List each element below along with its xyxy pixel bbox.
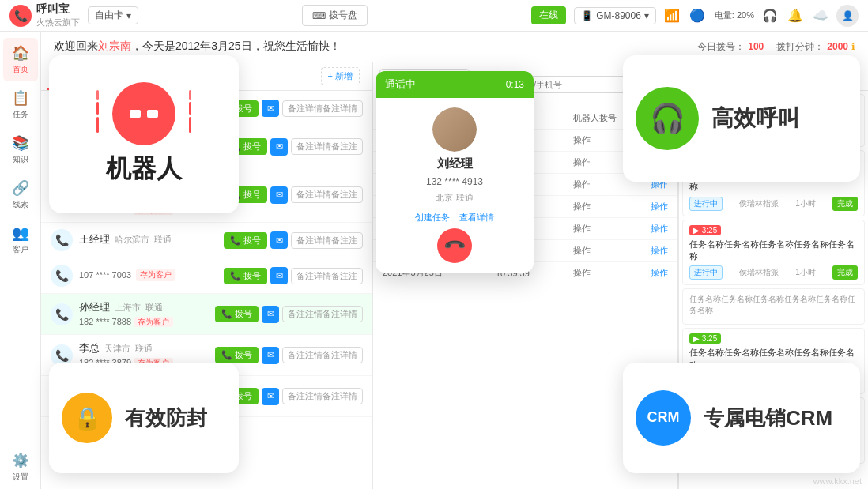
sidebar-item-customer[interactable]: 👥 客户: [3, 218, 38, 261]
contact-actions: 📞 拨号 ✉ 备注注情备注详情: [215, 347, 363, 364]
sidebar-item-home[interactable]: 🏠 首页: [3, 38, 38, 81]
message-button[interactable]: ✉: [262, 347, 279, 364]
free-card-label: 自由卡: [95, 9, 123, 22]
info-icon: ℹ: [851, 41, 855, 52]
daily-minutes-label: 拨打分钟：: [776, 40, 824, 54]
bell-icon[interactable]: 🔔: [787, 8, 803, 23]
contact-icon: 📞: [51, 265, 73, 287]
contact-actions: 📞 拨号 ✉ 备注详情备注注: [224, 138, 363, 156]
message-button[interactable]: ✉: [262, 100, 279, 117]
sidebar-item-lines[interactable]: 🔗 线索: [3, 173, 38, 216]
headset-icon: 🎧: [636, 87, 699, 150]
note-button[interactable]: 备注注情备注详情: [282, 388, 363, 404]
history-action-cell[interactable]: 操作: [651, 245, 668, 257]
history-type-cell: 操作: [573, 267, 644, 279]
settings-icon: ⚙️: [12, 452, 29, 469]
list-item: 📞 107 **** 7003 存为客户 📞 拨号 ✉ 备注详情备注注: [41, 258, 372, 294]
message-button[interactable]: ✉: [262, 306, 279, 323]
logo: 📞 呼叫宝 火热云旗下: [9, 2, 80, 28]
dialpad-button[interactable]: ⌨ 拨号盘: [302, 5, 368, 26]
shield-promo-card[interactable]: 🔒 有效防封: [49, 363, 239, 473]
crm-promo-card[interactable]: CRM 专属电销CRM: [623, 363, 860, 473]
robot-head: [112, 82, 175, 145]
task-title: 任务名称任务名称任务名称任务名称任务名称任务名称: [689, 294, 858, 316]
message-button[interactable]: ✉: [270, 231, 288, 249]
call-popup: 通话中 0:13 刘经理 132 **** 4913 北京 联通 创建任务 查看…: [376, 71, 534, 273]
add-contact-button[interactable]: + 新增: [321, 67, 360, 85]
headset-promo-card[interactable]: 🎧 高效呼叫: [623, 55, 860, 182]
sidebar-item-settings[interactable]: ⚙️ 设置: [3, 446, 38, 489]
contact-tag: 存为客户: [136, 269, 175, 281]
signal-waves-left: [96, 90, 99, 133]
cloud-icon[interactable]: ☁️: [813, 8, 828, 23]
task-meta: 进行中 侯瑞林指派 1小时 完成: [689, 197, 858, 211]
shield-label: 有效防封: [125, 404, 207, 432]
sidebar-item-knowledge[interactable]: 📚 知识: [3, 128, 38, 171]
message-button[interactable]: ✉: [270, 267, 288, 284]
history-action-cell[interactable]: 操作: [651, 223, 668, 235]
contact-icon: 📞: [51, 229, 73, 251]
note-button[interactable]: 备注详情备注注: [291, 232, 363, 249]
headset-icon[interactable]: 🎧: [762, 8, 778, 23]
contact-phone: 182 **** 7888: [79, 317, 131, 326]
headset-label: 高效呼叫: [711, 103, 800, 134]
phone-icon: 📞: [442, 233, 466, 258]
create-task-link[interactable]: 创建任务: [415, 212, 450, 224]
device-selector[interactable]: 📱 GM-89006 ▾: [574, 7, 656, 24]
sidebar-item-task[interactable]: 📋 任务: [3, 83, 38, 126]
contact-actions: 📞 拨号 ✉ 备注详情备注注: [224, 186, 363, 204]
note-button[interactable]: 备注注情备注详情: [282, 347, 363, 363]
welcome-stats: 今日拨号： 100 拨打分钟： 2000 ℹ: [697, 40, 855, 54]
call-popup-body: 刘经理 132 **** 4913 北京 联通 创建任务 查看详情 📞: [376, 98, 534, 273]
contact-location: 哈尔滨市: [115, 234, 149, 246]
lines-icon: 🔗: [12, 179, 29, 197]
free-card-selector[interactable]: 自由卡 ▾: [88, 6, 138, 24]
contact-carrier: 联通: [135, 343, 153, 355]
caller-number: 132 **** 4913: [426, 176, 483, 187]
contact-phone: 107 **** 7003: [79, 270, 131, 280]
note-button[interactable]: 备注注情备注详情: [282, 306, 363, 322]
battery-label: 电量: 20%: [715, 9, 754, 21]
call-button[interactable]: 📞 拨号: [224, 268, 267, 284]
message-button[interactable]: ✉: [270, 138, 288, 156]
chevron-down-icon: ▾: [126, 10, 131, 21]
view-detail-link[interactable]: 查看详情: [459, 212, 494, 224]
daily-calls-value: 100: [748, 41, 764, 52]
call-button[interactable]: 📞 拨号: [215, 306, 259, 322]
message-button[interactable]: ✉: [270, 186, 288, 204]
message-button[interactable]: ✉: [262, 388, 279, 405]
call-button[interactable]: 📞 拨号: [224, 232, 267, 249]
signal-waves-right: [189, 90, 191, 133]
contact-actions: 📞 拨号 ✉ 备注详情备注注: [224, 231, 363, 249]
status-badge[interactable]: 在线: [531, 6, 566, 24]
logo-text: 呼叫宝: [36, 2, 80, 17]
hangup-button[interactable]: 📞: [437, 228, 472, 263]
customer-icon: 👥: [12, 224, 29, 242]
complete-button[interactable]: 完成: [832, 197, 858, 211]
list-item: 任务名称任务名称任务名称任务名称任务名称任务名称: [682, 288, 865, 325]
wifi-icon: 📶: [664, 8, 680, 23]
note-button[interactable]: 备注详情备注详情: [282, 100, 363, 117]
daily-calls-label: 今日拨号：: [697, 40, 745, 54]
contact-tag: 存为客户: [134, 317, 173, 327]
complete-button[interactable]: 完成: [832, 265, 858, 280]
user-avatar[interactable]: 👤: [836, 5, 859, 27]
note-button[interactable]: 备注详情备注注: [291, 186, 363, 203]
sidebar-knowledge-label: 知识: [13, 154, 28, 165]
history-type-cell: 操作: [573, 201, 644, 213]
history-action-cell[interactable]: 操作: [651, 201, 668, 213]
robot-promo-card[interactable]: 机器人: [49, 55, 239, 213]
note-button[interactable]: 备注详情备注注: [291, 138, 363, 155]
call-button[interactable]: 📞 拨号: [215, 347, 259, 363]
note-button[interactable]: 备注详情备注注: [291, 268, 363, 284]
contact-info: 孙经理 上海市 联通 182 **** 7888 存为客户: [79, 300, 209, 328]
robot-eye-right: [147, 110, 158, 118]
contact-name: 孙经理: [79, 300, 110, 314]
history-action-cell[interactable]: 操作: [651, 267, 668, 279]
caller-location: 北京 联通: [436, 192, 473, 204]
duration-badge: ▶ 3:25: [689, 225, 721, 235]
contact-carrier: 联通: [145, 302, 163, 314]
welcome-text: 欢迎回来刘宗南，今天是2012年3月25日，祝您生活愉快！: [54, 39, 341, 54]
history-type-cell: 操作: [573, 245, 644, 257]
duration-badge: ▶ 3:25: [689, 333, 721, 344]
